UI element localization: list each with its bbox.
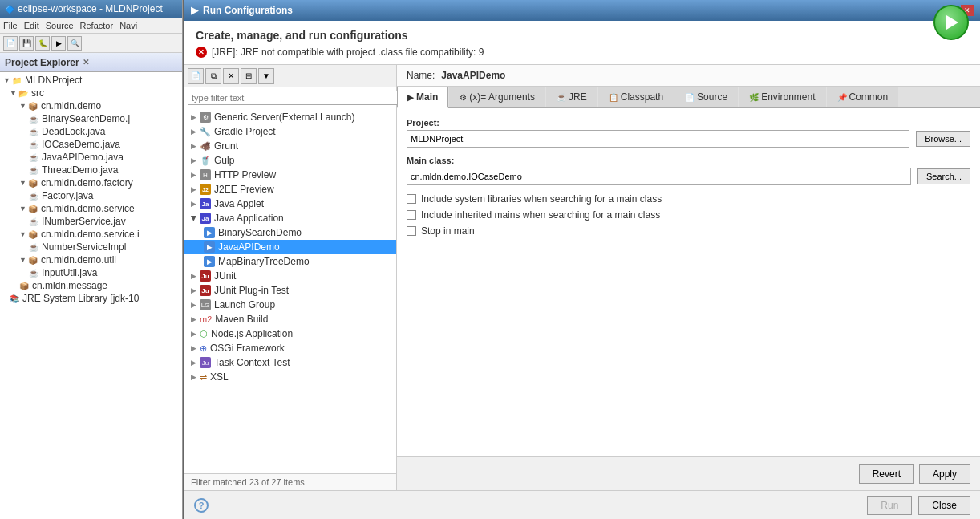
menu-source[interactable]: Source — [46, 21, 74, 30]
collapse-button[interactable]: ⊟ — [241, 68, 257, 84]
help-icon[interactable]: ? — [194, 498, 209, 513]
toolbar-search[interactable]: 🔍 — [67, 36, 82, 51]
menu-file[interactable]: File — [3, 21, 18, 30]
config-item-gulp[interactable]: ▶ 🥤 Gulp — [184, 153, 396, 168]
revert-button[interactable]: Revert — [859, 464, 914, 484]
include-system-libs-label: Include system libraries when searching … — [421, 193, 662, 205]
config-item-gradle[interactable]: ▶ 🔧 Gradle Project — [184, 124, 396, 139]
tree-label: JavaAPIDemo.java — [42, 152, 124, 163]
expand-triangle: ▶ — [191, 301, 196, 309]
dialog-title-icon: ▶ — [191, 5, 198, 16]
toolbar-debug[interactable]: 🐛 — [35, 36, 50, 51]
config-item-xsl[interactable]: ▶ ⇌ XSL — [184, 370, 396, 384]
task-context-icon: Ju — [200, 357, 211, 368]
config-item-junit-plugin[interactable]: ▶ Ju JUnit Plug-in Test — [184, 283, 396, 298]
ide-icon: 🔷 — [5, 5, 14, 14]
tree-item-file2[interactable]: ☕ DeadLock.java — [0, 125, 182, 138]
config-item-j2ee[interactable]: ▶ J2 J2EE Preview — [184, 182, 396, 197]
delete-config-button[interactable]: ✕ — [223, 68, 239, 84]
config-subitem-java-api[interactable]: ▶ JavaAPIDemo — [184, 240, 396, 254]
gulp-icon: 🥤 — [200, 156, 211, 166]
tree-item-package3[interactable]: ▼ 📦 cn.mldn.demo.service — [0, 202, 182, 215]
duplicate-config-button[interactable]: ⧉ — [205, 68, 221, 84]
tab-classpath[interactable]: 📋 Classpath — [598, 87, 674, 107]
toolbar-new[interactable]: 📄 — [3, 36, 18, 51]
new-config-button[interactable]: 📄 — [188, 68, 204, 84]
tree-item-factory[interactable]: ☕ Factory.java — [0, 189, 182, 202]
tree-item-inumber[interactable]: ☕ INumberService.jav — [0, 215, 182, 228]
include-inherited-mains-checkbox[interactable] — [407, 210, 416, 220]
config-item-label: Generic Server(External Launch) — [214, 112, 354, 123]
menu-edit[interactable]: Edit — [24, 21, 39, 30]
browse-button[interactable]: Browse... — [916, 131, 970, 147]
config-item-generic-server[interactable]: ▶ ⚙ Generic Server(External Launch) — [184, 110, 396, 124]
config-item-java-application[interactable]: ▶ Ja Java Application — [184, 211, 396, 225]
toolbar-save[interactable]: 💾 — [19, 36, 34, 51]
tab-arguments[interactable]: ⚙ (x)= Arguments — [449, 87, 545, 107]
filter-input[interactable] — [188, 91, 399, 105]
stop-in-main-checkbox[interactable] — [407, 226, 416, 236]
tree-item-package4[interactable]: ▼ 📦 cn.mldn.demo.service.i — [0, 228, 182, 241]
config-item-java-applet[interactable]: ▶ Ja Java Applet — [184, 197, 396, 211]
config-item-label: Task Context Test — [214, 357, 290, 368]
run-button[interactable] — [933, 5, 969, 40]
expand-triangle: ▶ — [191, 272, 196, 280]
run-config-button[interactable]: Run — [867, 496, 912, 515]
java-icon: ☕ — [29, 192, 38, 201]
tree-item-package1[interactable]: ▼ 📦 cn.mldn.demo — [0, 99, 182, 112]
tree-label: src — [31, 87, 44, 99]
config-detail-panel: Name: JavaAPIDemo ▶ Main ⚙ (x)= Argument… — [397, 65, 980, 490]
tab-environment[interactable]: 🌿 Environment — [739, 87, 825, 107]
run-arrow-icon — [946, 15, 958, 30]
expand-arrow: ▼ — [10, 89, 17, 97]
search-button[interactable]: Search... — [917, 168, 970, 184]
toolbar-run[interactable]: ▶ — [51, 36, 66, 51]
include-system-libs-checkbox[interactable] — [407, 194, 416, 204]
tab-source[interactable]: 📄 Source — [674, 87, 738, 107]
tree-label: ThreadDemo.java — [42, 164, 118, 176]
menu-navi[interactable]: Navi — [119, 21, 137, 30]
config-item-junit[interactable]: ▶ Ju JUnit — [184, 269, 396, 283]
tree-item-inpututil[interactable]: ☕ InputUtil.java — [0, 266, 182, 279]
tree-item-file3[interactable]: ☕ IOCaseDemo.java — [0, 138, 182, 151]
tree-item-mldnproject[interactable]: ▼ 📁 MLDNProject — [0, 74, 182, 87]
tree-item-file1[interactable]: ☕ BinarySearchDemo.j — [0, 112, 182, 125]
project-explorer-header: Project Explorer ✕ — [0, 53, 182, 72]
tree-item-file4[interactable]: ☕ JavaAPIDemo.java — [0, 151, 182, 164]
tree-item-package2[interactable]: ▼ 📦 cn.mldn.demo.factory — [0, 176, 182, 189]
apply-button[interactable]: Apply — [919, 464, 970, 484]
tab-main[interactable]: ▶ Main — [397, 87, 448, 108]
folder-icon: 📁 — [12, 76, 22, 85]
explorer-close-icon[interactable]: ✕ — [83, 58, 89, 67]
tree-label: InputUtil.java — [42, 267, 97, 278]
config-subitem-map-binary[interactable]: ▶ MapBinaryTreeDemo — [184, 254, 396, 269]
config-item-http[interactable]: ▶ H HTTP Preview — [184, 168, 396, 182]
tree-item-package6[interactable]: 📦 cn.mldn.message — [0, 279, 182, 292]
close-dialog-button[interactable]: Close — [918, 496, 970, 515]
config-item-task-context[interactable]: ▶ Ju Task Context Test — [184, 355, 396, 370]
tree-item-file5[interactable]: ☕ ThreadDemo.java — [0, 164, 182, 176]
main-class-input[interactable] — [407, 168, 911, 185]
osgi-icon: ⊕ — [200, 343, 207, 354]
project-input[interactable] — [407, 130, 909, 148]
config-item-nodejs[interactable]: ▶ ⬡ Node.js Application — [184, 326, 396, 341]
tree-item-jre[interactable]: 📚 JRE System Library [jdk-10 — [0, 292, 182, 305]
config-item-osgi[interactable]: ▶ ⊕ OSGi Framework — [184, 341, 396, 355]
tree-label: INumberService.jav — [42, 216, 126, 227]
tab-common[interactable]: 📌 Common — [827, 87, 899, 107]
java-icon: ☕ — [29, 269, 38, 278]
package-icon: 📦 — [28, 205, 38, 213]
config-item-launch-group[interactable]: ▶ LG Launch Group — [184, 298, 396, 312]
menu-refactor[interactable]: Refactor — [80, 21, 114, 30]
filter-button[interactable]: ▼ — [258, 68, 274, 84]
package-icon: 📦 — [28, 179, 38, 188]
tree-item-src[interactable]: ▼ 📂 src — [0, 87, 182, 99]
tab-jre[interactable]: ☕ JRE — [546, 87, 597, 107]
config-subitem-binary-search[interactable]: ▶ BinarySearchDemo — [184, 225, 396, 240]
config-item-grunt[interactable]: ▶ 🐗 Grunt — [184, 139, 396, 153]
config-item-label: Node.js Application — [211, 328, 293, 339]
expand-triangle: ▶ — [191, 286, 196, 294]
config-item-maven[interactable]: ▶ m2 Maven Build — [184, 312, 396, 326]
tree-item-package5[interactable]: ▼ 📦 cn.mldn.demo.util — [0, 253, 182, 266]
tree-item-number-impl[interactable]: ☕ NumberServiceImpl — [0, 241, 182, 253]
